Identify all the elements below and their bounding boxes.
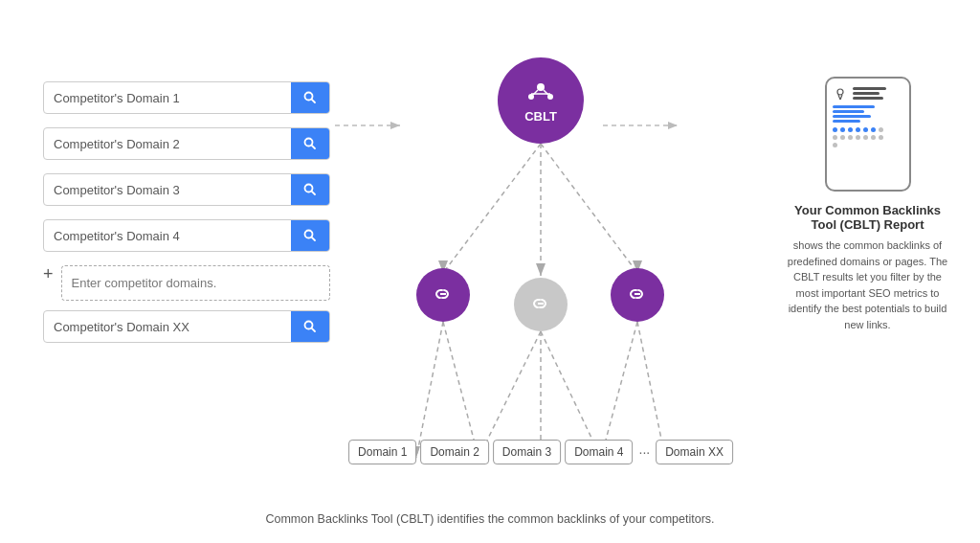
domain4-input-row	[43, 219, 330, 252]
svg-line-12	[541, 144, 637, 273]
enter-domains-box: Enter competitor domains.	[61, 265, 330, 301]
phone-mockup	[825, 77, 911, 192]
arrow-cblt-to-report	[603, 120, 689, 131]
link-circle-center	[514, 278, 568, 331]
cblt-circle: CBLT	[498, 57, 584, 144]
domain3-input[interactable]	[44, 175, 291, 205]
svg-line-43	[840, 95, 842, 100]
plus-icon[interactable]: +	[43, 265, 54, 283]
svg-line-19	[637, 322, 665, 458]
arrow-inputs-to-cblt	[335, 120, 412, 131]
report-title: Your Common Backlinks Tool (CBLT) Report	[784, 203, 951, 232]
svg-line-9	[312, 328, 315, 331]
domainXX-search-button[interactable]	[291, 311, 329, 342]
svg-line-14	[443, 322, 479, 458]
domain1-input[interactable]	[44, 83, 291, 113]
svg-point-28	[537, 83, 545, 91]
svg-line-18	[601, 322, 637, 458]
domain4-search-button[interactable]	[291, 220, 329, 251]
link-circle-right	[611, 268, 664, 322]
domain3-search-button[interactable]	[291, 174, 329, 205]
svg-point-41	[837, 89, 843, 95]
search-icon	[302, 90, 318, 105]
domain-boxes: Domain 1 Domain 2 Domain 3 Domain 4 ··· …	[348, 440, 733, 464]
report-description: shows the common backlinks of predefined…	[784, 238, 951, 332]
domain-box-2: Domain 2	[420, 440, 488, 464]
left-inputs-section: + Enter competitor domains.	[43, 81, 330, 343]
domainXX-input[interactable]	[44, 312, 291, 342]
center-diagram: CBLT Do	[364, 38, 718, 508]
link-circle-left	[416, 268, 470, 322]
enter-domains-label: Enter competitor domains.	[62, 270, 329, 296]
search-icon	[302, 182, 318, 197]
cblt-icon	[526, 78, 555, 107]
domain4-input[interactable]	[44, 221, 291, 251]
add-domain-section: + Enter competitor domains.	[43, 265, 330, 301]
svg-line-3	[312, 146, 315, 148]
svg-line-7	[312, 238, 315, 240]
domain2-input[interactable]	[44, 129, 291, 159]
svg-line-5	[312, 192, 315, 194]
search-icon	[302, 319, 318, 334]
right-section: Your Common Backlinks Tool (CBLT) Report…	[784, 77, 951, 332]
domain-box-3: Domain 3	[493, 440, 561, 464]
svg-line-13	[416, 322, 443, 458]
bottom-caption: Common Backlinks Tool (CBLT) identifies …	[265, 512, 714, 526]
svg-line-1	[312, 100, 315, 102]
domain-box-xx: Domain XX	[656, 440, 733, 464]
domain2-input-row	[43, 127, 330, 160]
search-icon	[302, 228, 318, 243]
phone-network-icon	[833, 86, 848, 102]
svg-marker-21	[536, 263, 546, 276]
cblt-label: CBLT	[524, 109, 557, 124]
domain1-search-button[interactable]	[291, 82, 329, 113]
domain2-search-button[interactable]	[291, 128, 329, 159]
domain-box-1: Domain 1	[348, 440, 416, 464]
svg-marker-38	[390, 122, 400, 129]
domain-box-4: Domain 4	[565, 440, 633, 464]
svg-marker-40	[668, 122, 678, 129]
svg-line-10	[443, 144, 541, 273]
domainXX-input-row	[43, 310, 330, 343]
dots-separator: ···	[637, 444, 653, 460]
domain3-input-row	[43, 173, 330, 206]
search-icon	[302, 136, 318, 151]
domain1-input-row	[43, 81, 330, 114]
main-container: + Enter competitor domains.	[0, 0, 980, 543]
